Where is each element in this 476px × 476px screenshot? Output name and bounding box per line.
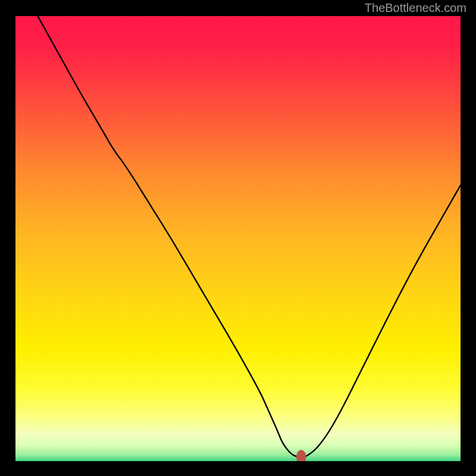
gradient-background [15, 16, 461, 461]
chart-frame: TheBottleneck.com [0, 0, 476, 476]
watermark-text: TheBottleneck.com [365, 1, 466, 15]
plot-area [15, 16, 461, 461]
bottleneck-chart [15, 16, 461, 461]
